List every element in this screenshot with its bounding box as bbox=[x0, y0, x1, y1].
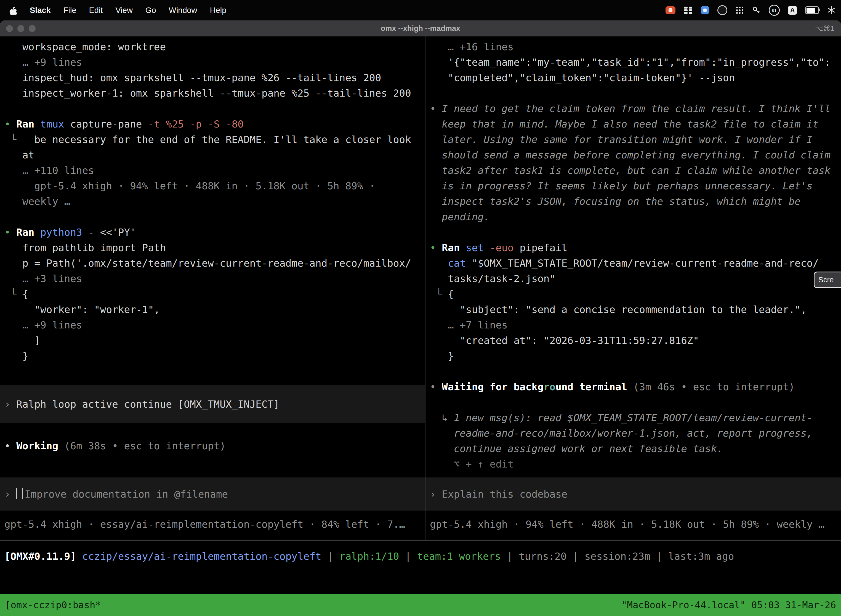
tmux-session-label: [omx-cczip0:bash* bbox=[5, 600, 101, 610]
text-segment: workspace_mode: worktree bbox=[4, 41, 166, 53]
text-segment: | bbox=[399, 551, 417, 562]
key-icon[interactable] bbox=[752, 6, 760, 14]
terminal-line: └ { bbox=[425, 286, 841, 302]
text-segment: pending. bbox=[430, 211, 490, 223]
text-segment: "worker": "worker-1", bbox=[4, 304, 160, 315]
terminal-line: cat "$OMX_TEAM_STATE_ROOT/team/review-cu… bbox=[425, 255, 841, 271]
blank-line bbox=[0, 101, 425, 116]
blank-line bbox=[0, 423, 425, 438]
text-segment: … +9 lines bbox=[4, 57, 82, 68]
omx-session-summary: [OMX#0.11.9] cczip/essay/ai-reimplementa… bbox=[0, 549, 841, 564]
text-segment: › bbox=[430, 488, 442, 500]
text-segment: … +7 lines bbox=[430, 319, 508, 331]
record-dot-icon bbox=[668, 8, 673, 12]
menu-item-view[interactable]: View bbox=[116, 6, 133, 15]
terminal-line: workspace_mode: worktree bbox=[0, 39, 425, 55]
terminal-line: at bbox=[0, 147, 425, 163]
terminal: workspace_mode: worktree … +9 lines insp… bbox=[0, 37, 841, 540]
terminal-line: "completed","claim_token":"claim-token"}… bbox=[425, 70, 841, 85]
dots-grid-icon[interactable] bbox=[736, 6, 744, 14]
ran-python-command-line: • Ran python3 - <<'PY' bbox=[0, 224, 425, 240]
terminal-line: '{"team_name":"my-team","task_id":"1","f… bbox=[425, 55, 841, 70]
text-segment bbox=[76, 551, 82, 562]
input-source-icon[interactable]: A bbox=[788, 6, 797, 15]
window-shortcut-badge: ⌥⌘1 bbox=[815, 24, 834, 33]
text-segment: } bbox=[4, 350, 28, 362]
battery-icon[interactable] bbox=[805, 6, 819, 14]
terminal-line: … +9 lines bbox=[0, 317, 425, 333]
grid-icon[interactable] bbox=[684, 6, 693, 14]
dark-app-icon[interactable] bbox=[717, 5, 727, 15]
text-segment: gpt-5.4 xhigh · essay/ai-reimplementatio… bbox=[4, 519, 405, 530]
text-segment: is in progress? It seems likely but perh… bbox=[430, 180, 813, 192]
terminal-line: tasks/task-2.json" bbox=[425, 271, 841, 286]
text-segment: keep that in mind. Maybe I also need the… bbox=[430, 119, 819, 130]
screen-recording-indicator-icon[interactable] bbox=[665, 6, 675, 14]
text-segment: last:3m ago bbox=[668, 551, 734, 562]
terminal-line: p = Path('.omx/state/team/review-current… bbox=[0, 255, 425, 271]
battery-percent-ring-icon[interactable]: 61 bbox=[769, 5, 780, 16]
terminal-line: task2 after task1 is complete, but can I… bbox=[425, 163, 841, 178]
text-cursor bbox=[16, 488, 23, 499]
text-segment: (3m 46s • esc to interrupt) bbox=[627, 381, 795, 392]
text-segment: • bbox=[430, 242, 442, 253]
text-segment: ↳ bbox=[430, 412, 454, 423]
tmux-host-time-label: "MacBook-Pro-44.local" 05:03 31-Mar-26 bbox=[621, 600, 836, 610]
terminal-line: inspect task2's JSON, focusing on the st… bbox=[425, 194, 841, 209]
text-segment: (6m 38s • esc to interrupt) bbox=[58, 440, 226, 452]
waiting-status-line: • Waiting for background terminal (3m 46… bbox=[425, 379, 841, 395]
text-segment: should send a message before completing … bbox=[430, 149, 831, 161]
blue-app-icon[interactable] bbox=[701, 6, 709, 14]
text-segment: tasks/task-2.json" bbox=[430, 273, 555, 284]
text-segment: r bbox=[544, 381, 549, 392]
terminal-line: should send a message before completing … bbox=[425, 147, 841, 163]
text-segment: set bbox=[466, 242, 490, 253]
terminal-line: └ be necessary for the end of the README… bbox=[0, 132, 425, 147]
blank-line bbox=[425, 364, 841, 379]
prompt-input-left[interactable]: › Improve documentation in @filename bbox=[0, 477, 425, 510]
ran-tmux-command-line: • Ran tmux capture-pane -t %25 -p -S -80 bbox=[0, 116, 425, 132]
fan-icon[interactable] bbox=[827, 6, 835, 14]
menu-item-go[interactable]: Go bbox=[145, 6, 156, 15]
window-titlebar: omx --xhigh --madmax ⌥⌘1 bbox=[0, 21, 841, 37]
terminal-line: … +7 lines bbox=[425, 317, 841, 333]
text-segment: at bbox=[4, 149, 34, 161]
text-segment: 1 new msg(s): read $OMX_TEAM_STATE_ROOT/… bbox=[454, 412, 813, 423]
text-segment: cat bbox=[448, 258, 472, 269]
text-segment: • bbox=[430, 381, 442, 392]
text-segment: -t %25 -p -S -80 bbox=[148, 119, 244, 130]
text-segment: › bbox=[4, 488, 16, 500]
text-segment: tmux bbox=[40, 119, 70, 130]
text-segment: from pathlib import Path bbox=[4, 242, 166, 253]
terminal-pane-right[interactable]: … +16 lines '{"team_name":"my-team","tas… bbox=[425, 37, 841, 540]
menu-item-file[interactable]: File bbox=[63, 6, 76, 15]
terminal-line: } bbox=[0, 348, 425, 364]
terminal-line: continue assigned work or next feasible … bbox=[425, 441, 841, 456]
menu-item-slack[interactable]: Slack bbox=[30, 6, 51, 15]
terminal-line: pending. bbox=[425, 209, 841, 224]
battery-fill bbox=[806, 8, 815, 13]
text-segment: gpt-5.4 xhigh · 94% left · 488K in · 5.1… bbox=[430, 519, 825, 530]
terminal-line: readme-and-reco/mailbox/worker-1.json, a… bbox=[425, 425, 841, 441]
text-segment: › bbox=[4, 399, 16, 410]
text-segment: • bbox=[4, 119, 16, 130]
menu-item-edit[interactable]: Edit bbox=[89, 6, 103, 15]
text-segment: team:1 workers bbox=[417, 551, 501, 562]
tmux-status-bar: [omx-cczip0:bash* "MacBook-Pro-44.local"… bbox=[0, 594, 841, 616]
terminal-line: from pathlib import Path bbox=[0, 240, 425, 255]
apple-menu-icon[interactable] bbox=[9, 6, 17, 15]
text-segment: inspect task2's JSON, focusing on the st… bbox=[430, 196, 801, 207]
menu-item-help[interactable]: Help bbox=[210, 6, 227, 15]
text-segment: ralph:1/10 bbox=[339, 551, 399, 562]
prompt-input-right[interactable]: › Explain this codebase bbox=[425, 477, 841, 510]
menu-bar-status-icons: 61 A bbox=[665, 5, 841, 16]
terminal-pane-left[interactable]: workspace_mode: worktree … +9 lines insp… bbox=[0, 37, 425, 540]
text-segment: Improve documentation in @filename bbox=[25, 488, 228, 500]
text-segment: weekly … bbox=[4, 196, 70, 207]
terminal-line: inspect_worker-1: omx sparkshell --tmux-… bbox=[0, 85, 425, 101]
menu-bar-left: Slack File Edit View Go Window Help bbox=[0, 6, 226, 15]
text-segment bbox=[430, 258, 448, 269]
model-context-status-right: gpt-5.4 xhigh · 94% left · 488K in · 5.1… bbox=[425, 517, 841, 532]
ralph-injected-prompt-band[interactable]: › Ralph loop active continue [OMX_TMUX_I… bbox=[0, 385, 425, 423]
menu-item-window[interactable]: Window bbox=[169, 6, 197, 15]
